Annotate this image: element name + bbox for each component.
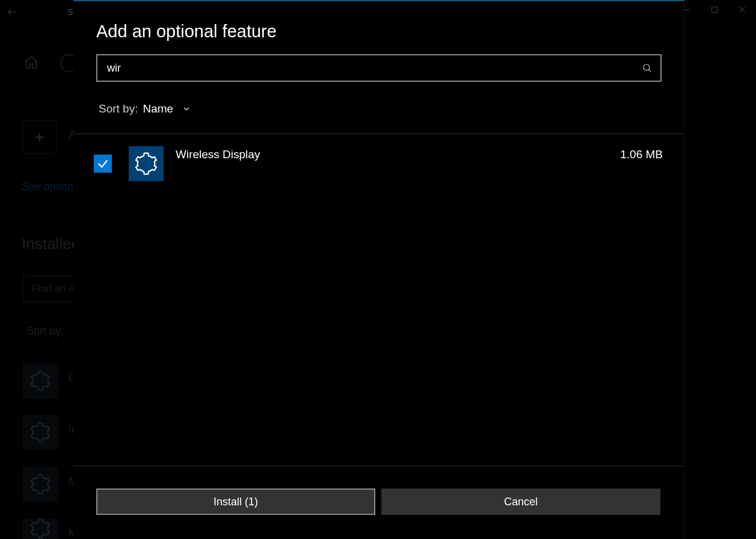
sort-by-dropdown[interactable]: Sort by: Name bbox=[99, 102, 191, 116]
dialog-edge bbox=[683, 1, 684, 539]
install-button[interactable]: Install (1) bbox=[96, 488, 375, 515]
divider bbox=[73, 134, 684, 134]
feature-size: 1.06 MB bbox=[620, 148, 663, 161]
chevron-down-icon bbox=[182, 104, 191, 114]
svg-line-6 bbox=[648, 69, 651, 72]
sort-label: Sort by: bbox=[99, 102, 138, 116]
search-icon[interactable] bbox=[634, 55, 660, 81]
feature-name: Wireless Display bbox=[176, 148, 260, 161]
divider bbox=[73, 466, 684, 466]
svg-point-5 bbox=[644, 64, 650, 70]
add-feature-dialog: Add an optional feature Sort by: Name Wi… bbox=[73, 0, 684, 539]
sort-value: Name bbox=[143, 102, 173, 116]
cancel-button[interactable]: Cancel bbox=[381, 488, 660, 515]
feature-search-input[interactable] bbox=[97, 55, 634, 81]
feature-checkbox[interactable] bbox=[94, 155, 112, 173]
dialog-title: Add an optional feature bbox=[96, 22, 277, 42]
feature-row[interactable]: Wireless Display 1.06 MB bbox=[94, 144, 663, 183]
feature-search-box[interactable] bbox=[96, 54, 662, 82]
puzzle-icon bbox=[129, 146, 164, 181]
